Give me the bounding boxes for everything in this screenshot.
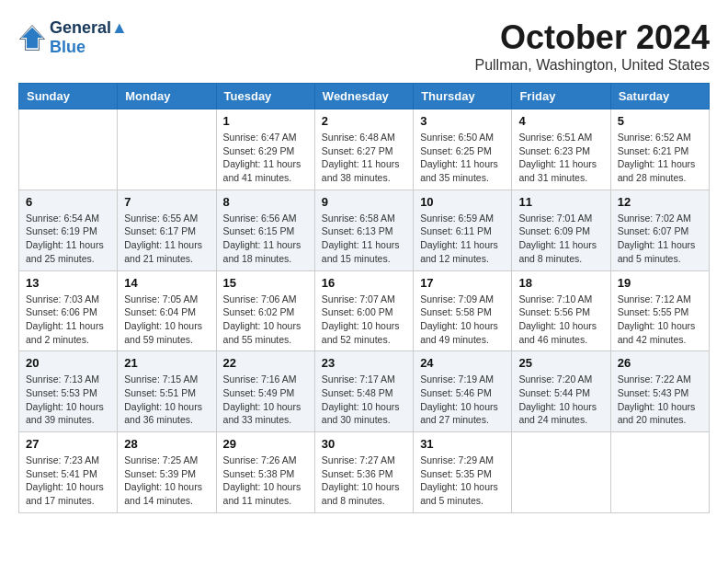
calendar: Sunday Monday Tuesday Wednesday Thursday… [18, 83, 710, 513]
day-number: 27 [26, 437, 110, 451]
day-info: Sunrise: 7:25 AM [124, 454, 209, 467]
title-block: October 2024 Pullman, Washington, United… [474, 18, 710, 74]
day-info: Sunset: 5:49 PM [223, 386, 308, 400]
day-info: Daylight: 11 hours and 21 minutes. [124, 238, 209, 265]
day-info: Sunset: 5:44 PM [518, 386, 603, 400]
day-info: Daylight: 10 hours and 39 minutes. [26, 400, 110, 427]
day-info: Sunrise: 7:01 AM [518, 212, 603, 225]
day-info: Sunrise: 7:17 AM [322, 373, 406, 386]
day-number: 17 [420, 276, 505, 290]
day-info: Daylight: 10 hours and 30 minutes. [322, 400, 406, 427]
day-info: Sunrise: 7:23 AM [26, 454, 110, 467]
day-info: Sunset: 5:56 PM [518, 305, 603, 319]
table-row: 28Sunrise: 7:25 AMSunset: 5:39 PMDayligh… [118, 432, 216, 513]
day-info: Sunset: 5:36 PM [322, 467, 406, 481]
table-row: 22Sunrise: 7:16 AMSunset: 5:49 PMDayligh… [216, 351, 314, 432]
day-info: Daylight: 11 hours and 15 minutes. [322, 238, 406, 265]
day-info: Sunrise: 7:03 AM [26, 293, 110, 306]
day-info: Sunset: 6:29 PM [223, 144, 308, 158]
day-number: 3 [420, 114, 505, 128]
day-info: Daylight: 10 hours and 52 minutes. [322, 319, 406, 346]
day-number: 8 [223, 195, 308, 209]
day-info: Sunrise: 7:12 AM [618, 293, 702, 306]
logo-icon [18, 24, 46, 52]
week-row-4: 20Sunrise: 7:13 AMSunset: 5:53 PMDayligh… [19, 351, 710, 432]
table-row: 2Sunrise: 6:48 AMSunset: 6:27 PMDaylight… [314, 109, 413, 190]
day-info: Daylight: 10 hours and 24 minutes. [518, 400, 603, 427]
day-info: Sunrise: 7:22 AM [618, 373, 702, 386]
day-info: Sunset: 5:46 PM [420, 386, 505, 400]
day-info: Daylight: 10 hours and 11 minutes. [223, 480, 308, 507]
day-info: Daylight: 11 hours and 5 minutes. [618, 238, 702, 265]
day-info: Sunset: 6:23 PM [518, 144, 603, 158]
day-info: Sunrise: 6:52 AM [618, 131, 702, 144]
table-row: 7Sunrise: 6:55 AMSunset: 6:17 PMDaylight… [118, 190, 216, 270]
day-info: Daylight: 10 hours and 49 minutes. [420, 319, 505, 346]
day-number: 30 [322, 437, 406, 451]
table-row: 11Sunrise: 7:01 AMSunset: 6:09 PMDayligh… [512, 190, 610, 270]
day-number: 26 [618, 356, 702, 370]
table-row: 13Sunrise: 7:03 AMSunset: 6:06 PMDayligh… [19, 270, 118, 351]
day-number: 31 [420, 437, 505, 451]
day-info: Daylight: 10 hours and 33 minutes. [223, 400, 308, 427]
day-info: Sunrise: 7:19 AM [420, 373, 505, 386]
day-info: Sunrise: 7:02 AM [618, 212, 702, 225]
day-info: Sunset: 6:19 PM [26, 224, 110, 238]
day-info: Sunrise: 7:15 AM [124, 373, 209, 386]
day-info: Sunset: 6:09 PM [518, 224, 603, 238]
table-row: 20Sunrise: 7:13 AMSunset: 5:53 PMDayligh… [19, 351, 118, 432]
week-row-5: 27Sunrise: 7:23 AMSunset: 5:41 PMDayligh… [19, 432, 710, 513]
day-info: Daylight: 10 hours and 20 minutes. [618, 400, 702, 427]
day-info: Sunset: 5:43 PM [618, 386, 702, 400]
table-row: 15Sunrise: 7:06 AMSunset: 6:02 PMDayligh… [216, 270, 314, 351]
table-row: 19Sunrise: 7:12 AMSunset: 5:55 PMDayligh… [610, 270, 709, 351]
header-monday: Monday [118, 84, 216, 109]
table-row [118, 109, 216, 190]
day-info: Daylight: 10 hours and 55 minutes. [223, 319, 308, 346]
week-row-3: 13Sunrise: 7:03 AMSunset: 6:06 PMDayligh… [19, 270, 710, 351]
day-info: Daylight: 10 hours and 17 minutes. [26, 480, 110, 507]
day-info: Sunrise: 6:47 AM [223, 131, 308, 144]
day-info: Sunset: 6:15 PM [223, 224, 308, 238]
day-info: Sunset: 5:55 PM [618, 305, 702, 319]
header-tuesday: Tuesday [216, 84, 314, 109]
day-number: 5 [618, 114, 702, 128]
day-info: Sunset: 5:35 PM [420, 467, 505, 481]
day-info: Sunrise: 6:58 AM [322, 212, 406, 225]
day-number: 21 [124, 356, 209, 370]
day-info: Sunset: 5:58 PM [420, 305, 505, 319]
day-number: 28 [124, 437, 209, 451]
table-row: 8Sunrise: 6:56 AMSunset: 6:15 PMDaylight… [216, 190, 314, 270]
day-number: 12 [618, 195, 702, 209]
day-number: 7 [124, 195, 209, 209]
table-row: 17Sunrise: 7:09 AMSunset: 5:58 PMDayligh… [414, 270, 512, 351]
day-info: Sunset: 6:13 PM [322, 224, 406, 238]
table-row [19, 109, 118, 190]
day-info: Daylight: 10 hours and 59 minutes. [124, 319, 209, 346]
day-info: Daylight: 11 hours and 2 minutes. [26, 319, 110, 346]
day-info: Sunset: 6:11 PM [420, 224, 505, 238]
table-row: 24Sunrise: 7:19 AMSunset: 5:46 PMDayligh… [414, 351, 512, 432]
day-info: Daylight: 11 hours and 28 minutes. [618, 157, 702, 184]
day-info: Daylight: 10 hours and 14 minutes. [124, 480, 209, 507]
day-info: Sunrise: 7:05 AM [124, 293, 209, 306]
day-info: Sunrise: 7:06 AM [223, 293, 308, 306]
table-row [512, 432, 610, 513]
day-info: Sunset: 5:48 PM [322, 386, 406, 400]
day-number: 10 [420, 195, 505, 209]
day-info: Daylight: 11 hours and 41 minutes. [223, 157, 308, 184]
day-number: 4 [518, 114, 603, 128]
table-row: 3Sunrise: 6:50 AMSunset: 6:25 PMDaylight… [414, 109, 512, 190]
day-number: 11 [518, 195, 603, 209]
month-title: October 2024 [474, 18, 710, 57]
table-row: 5Sunrise: 6:52 AMSunset: 6:21 PMDaylight… [610, 109, 709, 190]
day-info: Daylight: 11 hours and 8 minutes. [518, 238, 603, 265]
day-info: Daylight: 10 hours and 8 minutes. [322, 480, 406, 507]
page-header: General▲ Blue October 2024 Pullman, Wash… [18, 18, 710, 74]
table-row: 30Sunrise: 7:27 AMSunset: 5:36 PMDayligh… [314, 432, 413, 513]
day-number: 1 [223, 114, 308, 128]
day-info: Sunset: 5:53 PM [26, 386, 110, 400]
table-row: 12Sunrise: 7:02 AMSunset: 6:07 PMDayligh… [610, 190, 709, 270]
day-number: 13 [26, 276, 110, 290]
table-row: 21Sunrise: 7:15 AMSunset: 5:51 PMDayligh… [118, 351, 216, 432]
